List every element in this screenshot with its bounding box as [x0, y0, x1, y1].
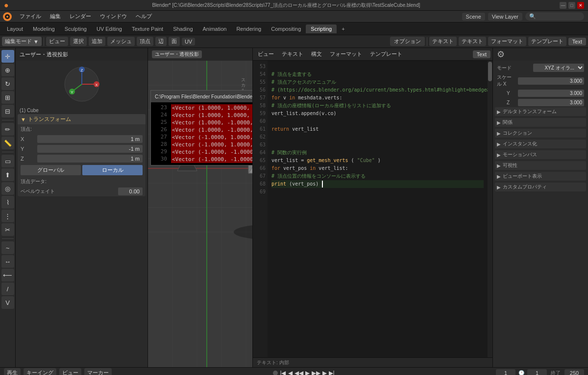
menu-window[interactable]: ウィンドウ [96, 12, 131, 21]
timeline-marker[interactable]: マーカー [84, 368, 112, 375]
tab-scripting[interactable]: Scripting [306, 24, 337, 33]
editor-format-menu[interactable]: フォーマット [327, 49, 365, 59]
minimize-button[interactable]: — [560, 2, 566, 9]
tab-shading[interactable]: Shading [168, 24, 197, 33]
current-frame[interactable]: 1 [496, 369, 515, 375]
cursor-tool[interactable]: ✛ [1, 50, 14, 63]
tab-texture-paint[interactable]: Texture Paint [127, 24, 168, 33]
collection-header[interactable]: ▶ コレクション [495, 129, 586, 138]
editor-text-name[interactable]: Text [473, 50, 490, 58]
scale-x-input[interactable] [518, 77, 584, 85]
view-layer-selector[interactable]: View Layer [488, 13, 522, 21]
viewport-mode[interactable]: ユーザー・透視投影 [152, 50, 202, 58]
search-input[interactable]: 🔍 [525, 12, 584, 21]
tab-rendering[interactable]: Rendering [231, 24, 266, 33]
format-menu[interactable]: フォーマット [488, 37, 526, 46]
editor-text-menu[interactable]: テキスト [279, 49, 306, 59]
play-btn[interactable]: ▶ [305, 370, 310, 375]
code-area[interactable]: # 頂点を走査する # 頂点アクセスのマニュアル # (https://docs… [268, 61, 488, 357]
vertex-menu[interactable]: 頂点 [137, 37, 153, 46]
tab-compositing[interactable]: Compositing [266, 24, 306, 33]
record-btn[interactable] [273, 371, 278, 375]
z-input[interactable] [37, 155, 143, 163]
tab-animation[interactable]: Animation [198, 24, 232, 33]
uv-menu[interactable]: UV [182, 38, 195, 46]
tab-modeling[interactable]: Modeling [28, 24, 60, 33]
shear-tool[interactable]: / [1, 282, 14, 295]
text-name-display[interactable]: Text [568, 38, 586, 46]
custom-props-header[interactable]: ▶ カスタムプロパティ [495, 183, 586, 191]
loop-cut-tool[interactable]: ⋮ [1, 210, 14, 222]
template-menu[interactable]: テンプレート [528, 37, 566, 46]
menu-render[interactable]: レンダー [66, 12, 95, 21]
text-menu[interactable]: テキスト [429, 37, 457, 46]
mesh-menu[interactable]: メッシュ [107, 37, 135, 46]
scale-tool[interactable]: ⊞ [1, 91, 14, 104]
shrink-tool[interactable]: ⟵ [1, 269, 14, 281]
mode-select[interactable]: XYZ オイラ... [533, 64, 584, 72]
move-tool[interactable]: ⊕ [1, 64, 14, 76]
editor-template-menu[interactable]: テンプレート [367, 49, 405, 59]
x-input[interactable] [37, 135, 143, 143]
mode-selector[interactable]: 編集モード ▼ [2, 37, 42, 46]
select-box-tool[interactable]: ▭ [1, 155, 14, 167]
add-menu[interactable]: 追加 [89, 37, 105, 46]
extrude-tool[interactable]: ⬆ [1, 168, 14, 181]
jump-end-btn[interactable]: ▶| [329, 370, 335, 375]
annotate-tool[interactable]: ✏ [1, 123, 14, 136]
view-menu[interactable]: ビュー [46, 37, 68, 46]
delta-transform-header[interactable]: ▶ デルタトランスフォーム [495, 107, 586, 116]
step-back-btn[interactable]: ◀ [288, 370, 293, 375]
play-fwd-btn[interactable]: ▶▶ [312, 370, 320, 375]
transform-tool[interactable]: ⊟ [1, 105, 14, 117]
code-scrollbar-thumb[interactable] [488, 62, 492, 81]
face-menu[interactable]: 面 [169, 37, 180, 46]
script-content[interactable]: 53 54 55 56 57 58 59 60 61 62 63 64 65 6… [253, 61, 492, 357]
bevel-tool[interactable]: ⌇ [1, 196, 14, 209]
editor-view-menu[interactable]: ビュー [255, 49, 277, 59]
menu-help[interactable]: ヘルプ [132, 12, 156, 21]
inset-tool[interactable]: ◎ [1, 182, 14, 195]
global-btn[interactable]: グローバル [21, 165, 81, 175]
instancing-header[interactable]: ▶ インスタンス化 [495, 140, 586, 148]
smooth-tool[interactable]: ~ [1, 241, 14, 254]
measure-tool[interactable]: 📏 [1, 137, 14, 149]
mode-dropdown-icon[interactable]: ▼ [33, 39, 39, 45]
tab-sculpting[interactable]: Sculpting [60, 24, 92, 33]
syntax-menu[interactable]: テキスト [459, 37, 486, 46]
viewport-canvas[interactable]: スカルト C:\Program Files\Blender Foundation… [148, 61, 252, 367]
edge-menu[interactable]: 辺 [155, 37, 167, 46]
menu-file[interactable]: ファイル [16, 12, 45, 21]
select-menu[interactable]: 選択 [70, 37, 87, 46]
rotate-tool[interactable]: ↻ [1, 77, 14, 90]
play-back-btn[interactable]: ◀◀ [294, 370, 303, 375]
end-frame[interactable]: 250 [564, 369, 584, 375]
scene-selector[interactable]: Scene [462, 13, 485, 21]
editor-syntax-menu[interactable]: 構文 [308, 49, 325, 59]
rip-tool[interactable]: V [1, 296, 14, 309]
viewport-display-header[interactable]: ▶ ビューポート表示 [495, 172, 586, 181]
timeline-view[interactable]: 再生 [4, 368, 21, 375]
scale-y-input[interactable] [518, 90, 584, 97]
options-btn[interactable]: オプション [390, 37, 425, 46]
edge-slide-tool[interactable]: ↔ [1, 255, 14, 268]
menu-edit[interactable]: 編集 [46, 12, 65, 21]
timeline-view-menu[interactable]: ビュー [59, 368, 81, 375]
bevel-input[interactable] [118, 188, 143, 195]
step-fwd-btn[interactable]: ▶ [322, 370, 327, 375]
relations-header[interactable]: ▶ 関係 [495, 118, 586, 127]
tab-uv-editing[interactable]: UV Editing [92, 24, 127, 33]
timeline-keyframe[interactable]: キーイング [24, 368, 56, 375]
scale-z-input[interactable] [518, 99, 584, 106]
maximize-button[interactable]: □ [568, 2, 575, 9]
y-input[interactable] [37, 145, 143, 153]
code-scrollbar[interactable] [488, 61, 492, 357]
tab-add[interactable]: + [337, 24, 349, 33]
visibility-header[interactable]: ▶ 可視性 [495, 161, 586, 170]
close-button[interactable]: ✕ [577, 2, 584, 9]
start-frame[interactable]: 1 [527, 369, 547, 375]
jump-start-btn[interactable]: |◀ [280, 370, 286, 375]
tab-layout[interactable]: Layout [2, 24, 28, 33]
motion-path-header[interactable]: ▶ モーションパス [495, 150, 586, 159]
local-btn[interactable]: ローカル [82, 165, 143, 175]
